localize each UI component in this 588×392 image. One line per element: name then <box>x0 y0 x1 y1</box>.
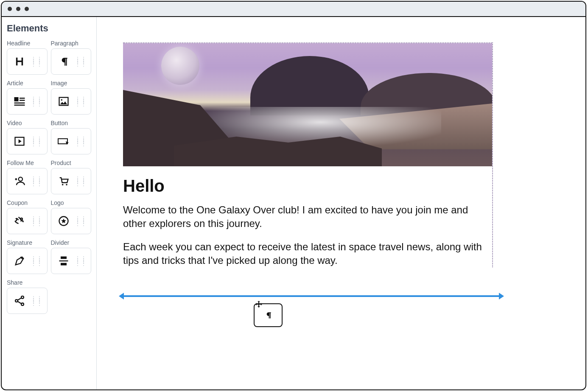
element-product[interactable]: ⋮⋮⋮⋮⋮⋮ <box>51 168 92 194</box>
titlebar <box>2 2 585 17</box>
app-window: Elements Headline ⋮⋮⋮⋮⋮⋮ Paragraph <box>1 1 586 390</box>
svg-rect-16 <box>61 263 67 266</box>
email-body[interactable]: Hello Welcome to the One Galaxy Over clu… <box>123 166 492 267</box>
svg-point-12 <box>20 218 22 220</box>
drag-ghost-paragraph[interactable] <box>254 303 283 327</box>
svg-rect-0 <box>14 97 19 101</box>
divider-icon <box>55 255 73 267</box>
svg-point-6 <box>61 99 62 101</box>
share-icon <box>11 295 28 307</box>
element-label: Follow Me <box>7 160 48 166</box>
element-label: Button <box>51 120 92 126</box>
grip-icon: ⋮⋮⋮⋮⋮⋮ <box>31 177 43 185</box>
paragraph-icon <box>264 311 272 319</box>
svg-rect-14 <box>61 257 67 259</box>
signature-icon <box>11 255 28 267</box>
grip-icon: ⋮⋮⋮⋮⋮⋮ <box>31 257 43 265</box>
button-icon <box>55 135 73 147</box>
svg-point-10 <box>62 184 63 185</box>
svg-point-11 <box>66 184 67 185</box>
svg-rect-8 <box>58 139 67 144</box>
grip-icon: ⋮⋮⋮⋮⋮⋮ <box>75 137 87 145</box>
grip-icon: ⋮⋮⋮⋮⋮⋮ <box>31 297 43 305</box>
element-headline[interactable]: ⋮⋮⋮⋮⋮⋮ <box>7 48 48 75</box>
coupon-icon <box>11 215 28 227</box>
svg-rect-3 <box>14 103 25 104</box>
svg-point-9 <box>19 177 22 181</box>
element-share[interactable]: ⋮⋮⋮⋮⋮⋮ <box>7 288 48 314</box>
app-body: Elements Headline ⋮⋮⋮⋮⋮⋮ Paragraph <box>2 17 585 389</box>
headline-icon <box>11 56 28 67</box>
grip-icon: ⋮⋮⋮⋮⋮⋮ <box>75 257 87 265</box>
elements-grid: Headline ⋮⋮⋮⋮⋮⋮ Paragraph ⋮⋮⋮⋮⋮⋮ <box>7 38 91 314</box>
email-block[interactable]: Hello Welcome to the One Galaxy Over clu… <box>123 42 493 267</box>
grip-icon: ⋮⋮⋮⋮⋮⋮ <box>31 58 43 65</box>
element-label: Coupon <box>7 199 48 206</box>
element-follow-me[interactable]: ⋮⋮⋮⋮⋮⋮ <box>7 168 48 194</box>
elements-panel: Elements Headline ⋮⋮⋮⋮⋮⋮ Paragraph <box>2 17 97 389</box>
element-video[interactable]: ⋮⋮⋮⋮⋮⋮ <box>7 128 48 154</box>
element-label: Share <box>7 279 48 286</box>
element-signature[interactable]: ⋮⋮⋮⋮⋮⋮ <box>7 248 48 274</box>
email-heading[interactable]: Hello <box>123 176 492 196</box>
element-coupon[interactable]: ⋮⋮⋮⋮⋮⋮ <box>7 208 48 234</box>
element-label: Video <box>7 120 48 126</box>
move-icon <box>254 300 264 310</box>
element-label: Product <box>51 160 92 166</box>
element-label: Paragraph <box>51 40 92 47</box>
element-label: Image <box>51 80 92 87</box>
grip-icon: ⋮⋮⋮⋮⋮⋮ <box>75 177 87 185</box>
grip-icon: ⋮⋮⋮⋮⋮⋮ <box>75 217 87 225</box>
drop-indicator <box>122 295 501 297</box>
svg-rect-2 <box>20 100 25 101</box>
grip-icon: ⋮⋮⋮⋮⋮⋮ <box>75 98 87 105</box>
element-button[interactable]: ⋮⋮⋮⋮⋮⋮ <box>51 128 92 154</box>
grip-icon: ⋮⋮⋮⋮⋮⋮ <box>75 58 87 65</box>
window-dot[interactable] <box>25 7 29 11</box>
element-label: Divider <box>51 239 92 246</box>
video-icon <box>11 135 28 147</box>
email-paragraph[interactable]: Welcome to the One Galaxy Over club! I a… <box>123 203 492 230</box>
element-image[interactable]: ⋮⋮⋮⋮⋮⋮ <box>51 88 92 115</box>
paragraph-icon <box>55 56 73 67</box>
element-divider[interactable]: ⋮⋮⋮⋮⋮⋮ <box>51 248 92 274</box>
grip-icon: ⋮⋮⋮⋮⋮⋮ <box>31 217 43 225</box>
svg-rect-1 <box>20 98 25 99</box>
panel-title: Elements <box>7 23 91 34</box>
grip-icon: ⋮⋮⋮⋮⋮⋮ <box>31 98 43 105</box>
grip-icon: ⋮⋮⋮⋮⋮⋮ <box>31 137 43 145</box>
element-label: Article <box>7 80 48 87</box>
product-icon <box>55 175 73 187</box>
element-label: Headline <box>7 40 48 47</box>
element-paragraph[interactable]: ⋮⋮⋮⋮⋮⋮ <box>51 48 92 75</box>
follow-me-icon <box>11 175 28 187</box>
window-dot[interactable] <box>8 7 12 11</box>
svg-rect-4 <box>14 105 25 106</box>
element-article[interactable]: ⋮⋮⋮⋮⋮⋮ <box>7 88 48 115</box>
article-icon <box>11 95 28 108</box>
window-dot[interactable] <box>16 7 20 11</box>
element-label: Logo <box>51 199 92 206</box>
logo-icon <box>55 215 73 227</box>
editor-canvas[interactable]: Hello Welcome to the One Galaxy Over clu… <box>97 17 585 389</box>
element-logo[interactable]: ⋮⋮⋮⋮⋮⋮ <box>51 208 92 234</box>
email-paragraph[interactable]: Each week you can expect to receive the … <box>123 240 492 267</box>
image-icon <box>55 95 73 107</box>
element-label: Signature <box>7 239 48 246</box>
hero-image[interactable] <box>123 43 492 166</box>
svg-rect-15 <box>59 260 68 261</box>
